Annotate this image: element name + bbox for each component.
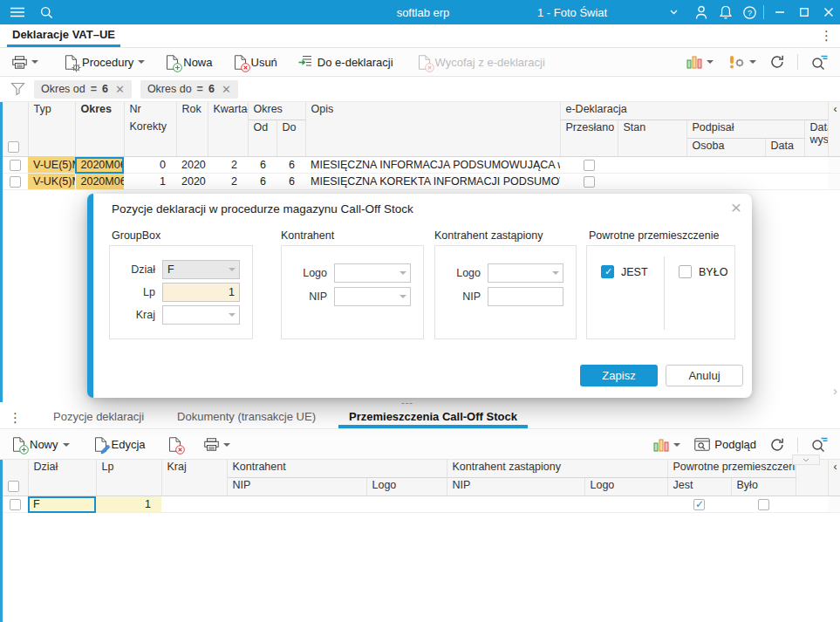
anuluj-button[interactable]: Anuluj: [666, 365, 743, 386]
usun-button[interactable]: Usuń: [227, 51, 284, 73]
col-header-od[interactable]: Od: [248, 120, 277, 157]
row-select-cell[interactable]: [3, 174, 28, 190]
jest-checkbox[interactable]: [693, 499, 705, 510]
scroll-left-arrow[interactable]: ‹: [828, 460, 840, 496]
cell-bylo[interactable]: [731, 496, 796, 513]
chart-dropdown-chevron-icon[interactable]: [673, 443, 680, 450]
col-header-dzial[interactable]: Dział: [28, 460, 96, 496]
refresh-button-bottom[interactable]: [763, 434, 792, 456]
kontrahent-logo-dropdown[interactable]: [334, 263, 411, 283]
wycofaj-z-edeklaracji-button[interactable]: Wycofaj z e-deklaracji: [411, 51, 552, 73]
table-row[interactable]: F 1: [3, 496, 840, 513]
cell-typ[interactable]: V-UE(5)M: [28, 157, 75, 174]
company-selector-chevron-icon[interactable]: [665, 0, 682, 24]
dzial-dropdown[interactable]: F: [162, 260, 240, 279]
table-row[interactable]: V-UE(5)M 2020M06 0 2020 2 6 6 MIESIĘCZNA…: [3, 157, 840, 174]
minimize-button[interactable]: [769, 0, 790, 24]
chart-view-button[interactable]: [680, 51, 720, 73]
cell-okres-selected[interactable]: 2020M06: [75, 157, 124, 174]
chart-view-button-bottom[interactable]: [646, 434, 687, 456]
col-group-podpisal[interactable]: Podpisał: [686, 120, 804, 139]
dialog-close-icon[interactable]: ×: [731, 197, 741, 218]
maximize-button[interactable]: [794, 0, 815, 24]
select-all-header[interactable]: [3, 102, 28, 157]
col-group-edeklaracja[interactable]: e-Deklaracja: [560, 102, 828, 120]
toolbar-overflow-chevron[interactable]: [792, 455, 820, 465]
nowy-dropdown-chevron-icon[interactable]: [63, 443, 70, 450]
jest-checkbox[interactable]: [601, 265, 614, 278]
col-header-bylo[interactable]: Było: [731, 478, 796, 496]
cell-od[interactable]: 6: [248, 157, 277, 174]
help-icon[interactable]: ?: [740, 0, 759, 24]
notifications-bell-icon[interactable]: [716, 0, 735, 24]
lp-input[interactable]: 1: [162, 283, 240, 302]
scroll-left-arrow[interactable]: ‹: [828, 102, 840, 157]
nowy-button[interactable]: Nowy: [5, 434, 77, 456]
tab-przemieszczenia-call-off-stock[interactable]: Przemieszczenia Call-Off Stock: [338, 407, 528, 428]
cell-osoba[interactable]: [686, 174, 765, 190]
bylo-checkbox[interactable]: [758, 499, 769, 510]
col-header-do[interactable]: Do: [277, 120, 305, 157]
col-header-typ[interactable]: Typ: [28, 102, 75, 157]
col-header-nip-zastapiony[interactable]: NIP: [447, 478, 584, 496]
cell-data[interactable]: [765, 157, 804, 174]
col-header-kwartal[interactable]: Kwartał: [208, 102, 248, 157]
cell-data[interactable]: [765, 174, 804, 190]
cell-rok[interactable]: 2020: [176, 157, 208, 174]
cell-logo-zastapiony[interactable]: [584, 496, 667, 513]
kontrahent-nip-dropdown[interactable]: [334, 287, 411, 306]
cell-nip-kontrahent[interactable]: [227, 496, 366, 513]
do-edeklaracji-button[interactable]: Do e-deklaracji: [291, 51, 400, 73]
cell-data-wys[interactable]: [804, 174, 828, 190]
nowa-button[interactable]: Nowa: [159, 51, 219, 73]
refresh-button[interactable]: [763, 51, 792, 73]
bottom-tabs-more-options-icon[interactable]: ⋮: [9, 407, 22, 428]
cell-jest[interactable]: [667, 496, 731, 513]
cell-przeslano[interactable]: [560, 174, 618, 190]
col-header-kraj[interactable]: Kraj: [161, 460, 227, 496]
filter-chip-okres-od[interactable]: Okres od = 6 ✕: [34, 80, 132, 99]
cell-nr-korekty[interactable]: 1: [124, 174, 176, 190]
col-header-data-wyslania[interactable]: Datawys: [804, 120, 828, 157]
kraj-dropdown[interactable]: [162, 305, 240, 325]
col-header-rok[interactable]: Rok: [176, 102, 208, 157]
zapisz-button[interactable]: Zapisz: [580, 365, 658, 386]
cell-od[interactable]: 6: [248, 174, 277, 190]
hamburger-menu-icon[interactable]: [5, 0, 30, 24]
row-checkbox[interactable]: [10, 499, 21, 510]
bylo-checkbox[interactable]: [679, 265, 692, 278]
cell-przeslano[interactable]: [560, 157, 618, 174]
row-checkbox[interactable]: [10, 176, 21, 188]
tab-deklaracje-vat-ue[interactable]: Deklaracje VAT–UE: [7, 24, 120, 47]
przeslano-checkbox[interactable]: [584, 160, 595, 171]
chip-remove-icon[interactable]: ✕: [222, 83, 231, 96]
col-header-okres[interactable]: Okres: [75, 102, 124, 157]
row-select-cell[interactable]: [3, 496, 28, 513]
col-header-nr-korekty[interactable]: NrKorekty: [124, 102, 176, 157]
tab-dokumenty-transakcje-ue[interactable]: Dokumenty (transakcje UE): [167, 407, 326, 428]
chart-dropdown-chevron-icon[interactable]: [707, 60, 714, 67]
table-row[interactable]: V-UK(5)M 2020M06 1 2020 2 6 6 MIESIĘCZNA…: [3, 174, 840, 190]
col-header-stan[interactable]: Stan: [618, 120, 686, 157]
select-all-checkbox[interactable]: [8, 481, 19, 492]
col-group-kontrahent[interactable]: Kontrahent: [227, 460, 447, 478]
cell-kwartal[interactable]: 2: [208, 174, 248, 190]
user-icon[interactable]: [692, 0, 711, 24]
cell-logo-kontrahent[interactable]: [366, 496, 447, 513]
col-header-data[interactable]: Data: [765, 139, 804, 157]
select-all-checkbox[interactable]: [8, 141, 19, 153]
scroll-right-arrow[interactable]: ›: [833, 385, 837, 397]
cell-rok[interactable]: 2020: [176, 174, 208, 190]
search-icon[interactable]: [35, 0, 58, 24]
row-select-cell[interactable]: [3, 157, 28, 174]
cell-kwartal[interactable]: 2: [208, 157, 248, 174]
col-group-kontrahent-zastapiony[interactable]: Kontrahent zastąpiony: [447, 460, 667, 478]
col-header-logo-zastapiony[interactable]: Logo: [584, 478, 667, 496]
close-window-button[interactable]: [818, 0, 839, 24]
cell-opis[interactable]: MIESIĘCZNA KOREKTA INFORMACJI PODSUMOWUJ…: [305, 174, 560, 190]
col-group-powrotne-przemieszczenie[interactable]: Powrotne przemieszczenie: [667, 460, 796, 478]
zastapiony-nip-input[interactable]: [488, 287, 563, 306]
print-dropdown-chevron-icon[interactable]: [223, 443, 230, 450]
select-all-header[interactable]: [3, 460, 28, 496]
cell-okres[interactable]: 2020M06: [75, 174, 124, 190]
